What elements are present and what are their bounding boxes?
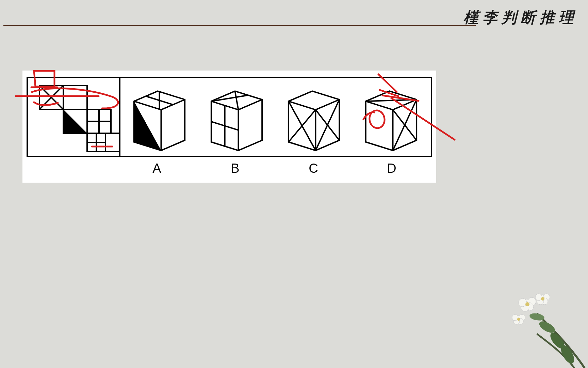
svg-point-58 — [535, 294, 542, 301]
flower-decoration-icon — [486, 266, 588, 368]
svg-rect-12 — [105, 133, 120, 152]
svg-line-37 — [366, 101, 393, 110]
label-c: C — [274, 161, 353, 176]
page-title: 槿李判断推理 — [463, 7, 578, 28]
svg-point-59 — [541, 297, 544, 301]
options-panel — [120, 78, 431, 156]
svg-point-53 — [525, 302, 529, 306]
svg-line-42 — [393, 99, 416, 150]
question-box — [27, 77, 432, 157]
net-panel — [28, 78, 120, 156]
label-d: D — [353, 161, 431, 176]
header-rule — [3, 25, 476, 26]
option-labels: A B C D — [118, 161, 436, 176]
label-a: A — [118, 161, 196, 176]
svg-line-22 — [238, 99, 262, 110]
svg-marker-28 — [289, 91, 339, 150]
svg-point-65 — [517, 318, 520, 321]
svg-rect-3 — [63, 86, 87, 109]
options-svg — [120, 78, 431, 156]
svg-line-35 — [315, 99, 339, 150]
net-svg — [28, 78, 120, 156]
svg-line-14 — [134, 101, 161, 110]
svg-line-40 — [366, 99, 416, 101]
svg-point-52 — [519, 298, 527, 307]
question-card: A B C D — [22, 71, 436, 183]
svg-line-24 — [235, 91, 239, 110]
svg-point-44 — [537, 319, 557, 335]
svg-marker-5 — [63, 109, 87, 133]
label-b: B — [196, 161, 274, 176]
svg-line-33 — [289, 110, 316, 142]
